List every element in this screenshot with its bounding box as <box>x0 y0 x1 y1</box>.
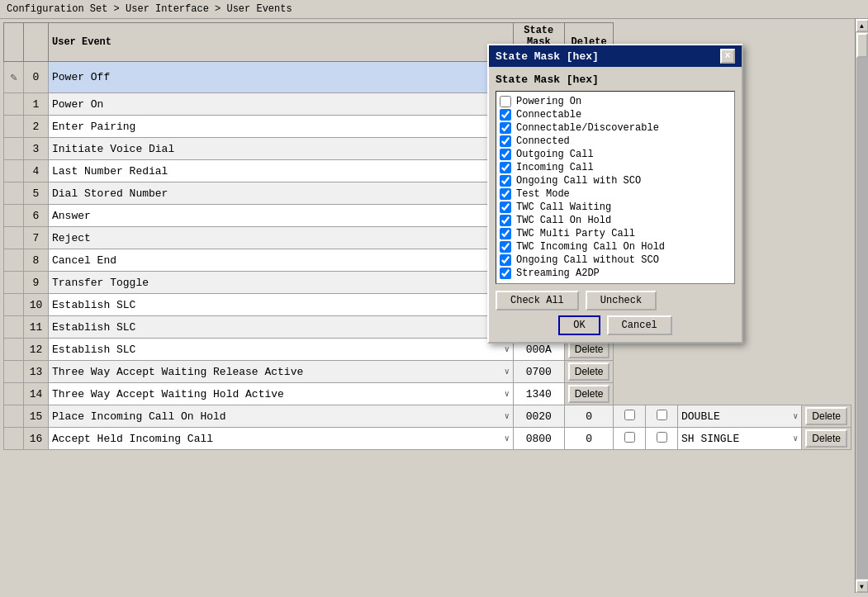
modal-action-buttons: Check All Uncheck <box>496 291 735 310</box>
state-checkbox-3[interactable] <box>500 135 511 147</box>
state-checkbox-1[interactable] <box>500 109 511 121</box>
check-all-btn[interactable]: Check All <box>496 291 579 310</box>
checkbox-item: Ongoing Call without SCO <box>500 253 731 267</box>
checkbox-label: Outgoing Call <box>516 149 594 160</box>
checkbox-item: Connectable <box>500 108 731 121</box>
state-checkbox-4[interactable] <box>500 149 511 160</box>
checkbox-item: TWC Call On Hold <box>500 214 731 227</box>
checkbox-item: TWC Call Waiting <box>500 201 731 214</box>
checkbox-item: Connected <box>500 135 731 148</box>
checkbox-label: Streaming A2DP <box>516 268 600 279</box>
state-checkbox-7[interactable] <box>500 188 511 200</box>
modal-title: State Mask [hex] <box>496 50 599 63</box>
state-checkbox-10[interactable] <box>500 228 511 239</box>
checkbox-label: Connectable <box>516 109 581 121</box>
checkbox-label: Connectable/Discoverable <box>516 122 659 134</box>
modal-subtitle: State Mask [hex] <box>496 73 735 86</box>
checkbox-label: TWC Call On Hold <box>516 215 611 226</box>
checkbox-label: TWC Call Waiting <box>516 201 611 213</box>
modal-overlay: State Mask [hex] × State Mask [hex] Powe… <box>0 19 868 593</box>
checkbox-item: Outgoing Call <box>500 148 731 161</box>
modal-ok-cancel: OK Cancel <box>496 315 735 335</box>
modal-close-btn[interactable]: × <box>720 49 735 64</box>
checkbox-item: Connectable/Discoverable <box>500 121 731 135</box>
state-checkbox-5[interactable] <box>500 162 511 173</box>
checkbox-item: Powering On <box>500 95 731 108</box>
state-checkbox-0[interactable] <box>500 96 511 107</box>
state-checkbox-6[interactable] <box>500 175 511 187</box>
checkbox-item: Ongoing Call with SCO <box>500 174 731 187</box>
checkbox-label: Connected <box>516 135 570 147</box>
state-checkbox-2[interactable] <box>500 122 511 134</box>
checkbox-label: Test Mode <box>516 188 570 200</box>
state-checkbox-12[interactable] <box>500 254 511 266</box>
checkbox-label: Ongoing Call without SCO <box>516 254 659 266</box>
state-checkbox-9[interactable] <box>500 215 511 226</box>
uncheck-btn[interactable]: Uncheck <box>586 291 657 310</box>
checkbox-item: TWC Incoming Call On Hold <box>500 240 731 253</box>
cancel-btn[interactable]: Cancel <box>607 315 672 335</box>
checkbox-label: Ongoing Call with SCO <box>516 175 641 187</box>
checkbox-label: Powering On <box>516 96 581 107</box>
state-checkbox-13[interactable] <box>500 268 511 279</box>
checkbox-label: TWC Multi Party Call <box>516 228 635 239</box>
breadcrumb: Configuration Set > User Interface > Use… <box>0 0 868 19</box>
checkbox-item: Test Mode <box>500 187 731 201</box>
checkbox-list: Powering OnConnectableConnectable/Discov… <box>496 91 735 284</box>
checkbox-label: TWC Incoming Call On Hold <box>516 241 665 253</box>
state-mask-modal: State Mask [hex] × State Mask [hex] Powe… <box>487 44 743 344</box>
checkbox-item: Streaming A2DP <box>500 267 731 280</box>
state-checkbox-8[interactable] <box>500 201 511 213</box>
state-checkbox-11[interactable] <box>500 241 511 253</box>
ok-btn[interactable]: OK <box>558 315 600 335</box>
checkbox-item: TWC Multi Party Call <box>500 227 731 240</box>
checkbox-label: Incoming Call <box>516 162 594 173</box>
modal-title-bar: State Mask [hex] × <box>489 45 742 67</box>
checkbox-item: Incoming Call <box>500 161 731 174</box>
